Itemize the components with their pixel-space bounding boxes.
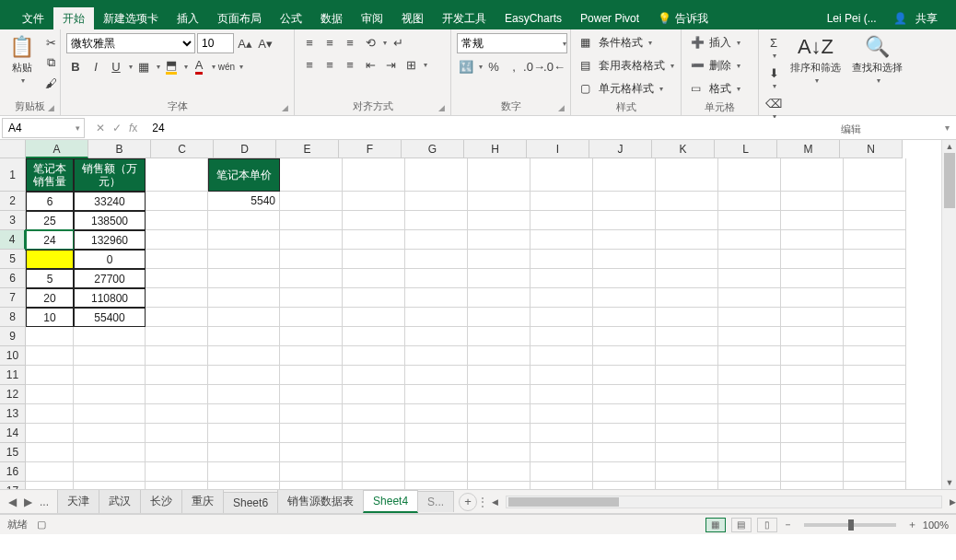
column-header-L[interactable]: L [715,140,777,158]
tab-review[interactable]: 审阅 [352,7,392,30]
cell-I3[interactable] [530,211,593,230]
cell-D14[interactable] [208,424,280,443]
cell-K9[interactable] [656,327,718,346]
sheet-tab-长沙[interactable]: 长沙 [140,489,182,513]
cell-E12[interactable] [280,385,343,404]
cell-K15[interactable] [656,443,718,462]
cell-F2[interactable] [343,192,405,211]
cell-H17[interactable] [468,482,530,490]
cell-A3[interactable]: 25 [26,211,74,230]
cell-L10[interactable] [718,346,781,366]
cell-A5[interactable] [26,250,74,269]
format-as-table-button[interactable]: ▤套用表格格式▾ [577,56,678,76]
cell-J1[interactable] [593,158,656,192]
cell-J5[interactable] [593,250,656,269]
cell-B2[interactable]: 33240 [74,192,146,211]
fill-button[interactable]: ⬇ [764,64,783,82]
cell-D15[interactable] [208,443,280,462]
cell-D8[interactable] [208,308,280,327]
view-pagebreak-button[interactable]: ▯ [757,518,777,532]
sheet-overflow[interactable]: S... [417,491,454,512]
cell-B4[interactable]: 132960 [74,230,146,250]
row-header-14[interactable]: 14 [0,424,26,443]
cell-E1[interactable] [280,158,343,192]
tab-powerpivot[interactable]: Power Pivot [571,8,648,29]
cell-M14[interactable] [781,424,844,443]
cancel-formula-button[interactable]: ✕ [96,122,105,134]
cell-K17[interactable] [656,482,718,490]
cell-N1[interactable] [844,158,906,192]
cell-G14[interactable] [405,424,468,443]
cell-H14[interactable] [468,424,530,443]
cell-G7[interactable] [405,288,468,308]
scroll-thumb[interactable] [944,153,955,208]
cell-J11[interactable] [593,366,656,385]
clipboard-launcher[interactable]: ◢ [48,103,54,112]
cell-J14[interactable] [593,424,656,443]
tab-developer[interactable]: 开发工具 [433,7,495,30]
cell-A6[interactable]: 5 [26,269,74,288]
cell-G6[interactable] [405,269,468,288]
cell-I14[interactable] [530,424,593,443]
cell-M2[interactable] [781,192,844,211]
cell-E14[interactable] [280,424,343,443]
cell-E17[interactable] [280,482,343,490]
cell-J7[interactable] [593,288,656,308]
cell-I7[interactable] [530,288,593,308]
cell-C6[interactable] [146,269,208,288]
cell-D16[interactable] [208,462,280,482]
cell-N15[interactable] [844,443,906,462]
cell-H8[interactable] [468,308,530,327]
cell-F1[interactable] [343,158,405,192]
tab-file[interactable]: 文件 [13,7,53,30]
cell-L3[interactable] [718,211,781,230]
cell-B12[interactable] [74,385,146,404]
row-header-11[interactable]: 11 [0,366,26,385]
cell-A9[interactable] [26,327,74,346]
cell-N6[interactable] [844,269,906,288]
row-header-3[interactable]: 3 [0,211,26,230]
cell-D2[interactable]: 5540 [208,192,280,211]
cell-C5[interactable] [146,250,208,269]
align-right-button[interactable]: ≡ [341,55,359,74]
cell-N4[interactable] [844,230,906,250]
cell-J8[interactable] [593,308,656,327]
cell-G10[interactable] [405,346,468,366]
cell-K7[interactable] [656,288,718,308]
cell-C12[interactable] [146,385,208,404]
cell-A4[interactable]: 24 [26,230,74,250]
column-header-N[interactable]: N [840,140,903,158]
cell-A17[interactable] [26,482,74,490]
cell-A11[interactable] [26,366,74,385]
cell-I1[interactable] [530,158,593,192]
align-bottom-button[interactable]: ≡ [341,33,359,52]
delete-cells-button[interactable]: ➖删除▾ [687,56,744,76]
cell-L5[interactable] [718,250,781,269]
column-header-E[interactable]: E [276,140,339,158]
cell-H1[interactable] [468,158,530,192]
row-header-17[interactable]: 17 [0,482,26,490]
cell-C10[interactable] [146,346,208,366]
cell-H7[interactable] [468,288,530,308]
number-launcher[interactable]: ◢ [558,103,565,112]
cell-B10[interactable] [74,346,146,366]
cell-C4[interactable] [146,230,208,250]
cell-N12[interactable] [844,385,906,404]
phonetic-button[interactable]: wén [217,57,236,76]
cell-C7[interactable] [146,288,208,308]
cell-E3[interactable] [280,211,343,230]
cell-I11[interactable] [530,366,593,385]
cell-J15[interactable] [593,443,656,462]
cell-B6[interactable]: 27700 [74,269,146,288]
cell-L4[interactable] [718,230,781,250]
row-header-4[interactable]: 4 [0,230,26,250]
cell-M13[interactable] [781,404,844,424]
format-painter-button[interactable]: 🖌 [41,74,60,92]
cell-G2[interactable] [405,192,468,211]
cell-D9[interactable] [208,327,280,346]
share-button[interactable]: 👤 共享 [888,9,949,29]
cell-M5[interactable] [781,250,844,269]
cell-K10[interactable] [656,346,718,366]
cell-B5[interactable]: 0 [74,250,146,269]
cell-I10[interactable] [530,346,593,366]
